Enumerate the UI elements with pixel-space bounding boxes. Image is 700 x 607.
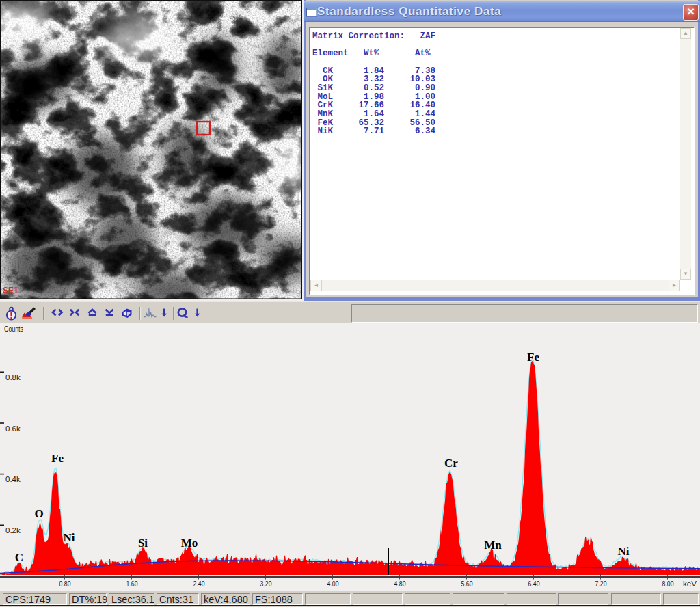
svg-text:0.6k: 0.6k [5,424,21,433]
svg-text:4.00: 4.00 [327,580,339,588]
svg-text:0.2k: 0.2k [5,526,21,535]
svg-text:0.8k: 0.8k [5,373,21,381]
svg-text:8.00: 8.00 [662,580,674,588]
svg-text:Si: Si [138,537,148,550]
svg-text:Counts: Counts [4,325,23,333]
svg-text:keV: keV [683,580,697,588]
svg-text:O: O [34,507,43,520]
svg-text:Ni: Ni [64,531,75,544]
svg-text:Ni: Ni [618,545,630,558]
svg-text:Mn: Mn [484,539,502,552]
svg-text:4.80: 4.80 [394,580,406,588]
svg-text:3.20: 3.20 [260,580,272,588]
svg-text:Fe: Fe [527,351,539,364]
svg-text:SE1: SE1 [3,286,18,295]
svg-text:7.20: 7.20 [595,580,607,588]
svg-text:Mo: Mo [181,537,198,550]
svg-text:Fe: Fe [51,452,64,465]
svg-text:0.4k: 0.4k [5,475,21,483]
svg-text:0.80: 0.80 [59,580,71,588]
svg-text:5.60: 5.60 [461,580,473,588]
svg-text:C: C [15,551,23,564]
svg-text:1.60: 1.60 [126,580,138,588]
svg-text:6.40: 6.40 [528,580,540,588]
svg-text:Cr: Cr [444,457,458,470]
svg-text:2.40: 2.40 [193,580,205,588]
